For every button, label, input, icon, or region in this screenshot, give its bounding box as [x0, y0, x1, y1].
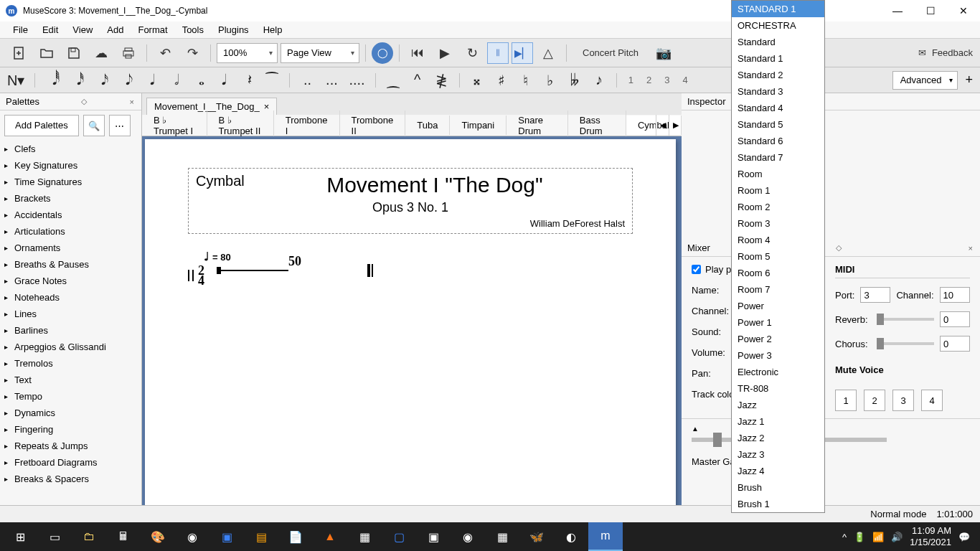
voice-4[interactable]: 4: [681, 75, 689, 85]
natural-button[interactable]: ♮: [519, 70, 533, 91]
mixer-close[interactable]: ×: [967, 244, 974, 253]
palette-item[interactable]: Ornaments: [0, 240, 141, 256]
note-whole[interactable]: 𝅝: [192, 70, 206, 91]
menu-format[interactable]: Format: [131, 23, 174, 37]
view-mode-combo[interactable]: Page View: [281, 43, 359, 63]
voice-3[interactable]: 3: [663, 75, 671, 85]
metronome-button[interactable]: △: [536, 41, 560, 65]
chorus-slider[interactable]: [877, 342, 934, 345]
undo-button[interactable]: ↶: [153, 41, 177, 65]
pan-playback-button[interactable]: ▶▏: [512, 42, 533, 64]
palette-more-button[interactable]: ⋯: [109, 115, 131, 136]
app-icon-6[interactable]: ▦: [485, 522, 519, 551]
dropdown-item[interactable]: Jazz: [732, 397, 824, 413]
zoom-combo[interactable]: 100%: [217, 43, 278, 63]
save-button[interactable]: [62, 41, 86, 65]
tray-up-icon[interactable]: ^: [842, 532, 847, 542]
part-tab[interactable]: Timpani: [450, 116, 507, 135]
loop-toggle[interactable]: ↻: [460, 41, 484, 65]
palette-item[interactable]: Barlines: [0, 322, 141, 339]
palette-item[interactable]: Lines: [0, 306, 141, 322]
midi-input-button[interactable]: ◯: [372, 42, 393, 64]
paint-icon[interactable]: 🎨: [141, 522, 175, 551]
dropdown-item[interactable]: STANDARD 1: [732, 1, 824, 17]
open-button[interactable]: [34, 41, 59, 65]
palette-item[interactable]: Text: [0, 372, 141, 388]
app-icon-3[interactable]: ▦: [347, 522, 382, 551]
dropdown-item[interactable]: Brush: [732, 479, 824, 496]
task-view[interactable]: ▭: [37, 522, 72, 551]
new-score-button[interactable]: [7, 41, 32, 65]
palette-item[interactable]: Arpeggios & Glissandi: [0, 339, 141, 355]
palette-item[interactable]: Grace Notes: [0, 273, 141, 289]
dropdown-item[interactable]: Power: [732, 298, 824, 314]
note-32nd[interactable]: 𝅘𝅥𝅰: [70, 70, 84, 91]
dropdown-item[interactable]: Standard 4: [732, 100, 824, 116]
tie-button[interactable]: ⁀: [265, 70, 279, 91]
flat-button[interactable]: ♭: [543, 70, 557, 91]
dropdown-item[interactable]: Standard 1: [732, 50, 824, 67]
part-tabs-left[interactable]: ◀: [656, 115, 669, 136]
part-tabs-right[interactable]: ▶: [669, 115, 682, 136]
menu-edit[interactable]: Edit: [35, 23, 65, 37]
cloud-button[interactable]: ☁: [89, 41, 113, 65]
palette-item[interactable]: Breaths & Pauses: [0, 256, 141, 273]
note-quarter[interactable]: 𝅘𝅥: [143, 70, 157, 91]
chorus-value[interactable]: 0: [940, 336, 970, 352]
dropdown-item[interactable]: Room 4: [732, 232, 824, 248]
mute-voice-3[interactable]: 3: [892, 390, 914, 411]
dropdown-item[interactable]: Jazz 4: [732, 463, 824, 479]
dropdown-item[interactable]: Room 5: [732, 248, 824, 265]
palette-item[interactable]: Tremolos: [0, 355, 141, 372]
app-icon-2[interactable]: ▤: [244, 522, 278, 551]
dropdown-item[interactable]: Standard: [732, 34, 824, 50]
tuplet-button[interactable]: ≹: [435, 70, 449, 91]
palette-item[interactable]: Fretboard Diagrams: [0, 454, 141, 471]
concert-pitch-button[interactable]: Concert Pitch: [573, 43, 649, 62]
double-sharp-button[interactable]: 𝄪: [470, 70, 484, 91]
note-half[interactable]: 𝅗𝅥: [167, 70, 182, 91]
play-part-only-checkbox[interactable]: [692, 265, 701, 274]
multimeasure-rest-count[interactable]: 50: [288, 254, 301, 269]
dropdown-item[interactable]: Electronic: [732, 364, 824, 380]
voice-2[interactable]: 2: [645, 75, 653, 85]
palette-item[interactable]: Noteheads: [0, 289, 141, 306]
mixer-undock[interactable]: ◇: [834, 243, 843, 253]
dropdown-item[interactable]: Brush 1: [732, 496, 824, 512]
palette-item[interactable]: Accidentals: [0, 207, 141, 223]
note-dot[interactable]: 𝅘𝅥.: [216, 70, 230, 91]
flip-button[interactable]: ♪: [592, 70, 606, 91]
score-canvas[interactable]: Cymbal Movement I "The Dog" Opus 3 No. 1…: [142, 136, 682, 522]
dropdown-item[interactable]: Power 1: [732, 314, 824, 331]
score-subtitle[interactable]: Opus 3 No. 1: [196, 200, 625, 215]
workspace-combo[interactable]: Advanced: [892, 71, 958, 90]
palettes-undock[interactable]: ◇: [80, 97, 88, 106]
reverb-slider[interactable]: [877, 318, 934, 321]
menu-plugins[interactable]: Plugins: [211, 23, 256, 37]
mute-voice-2[interactable]: 2: [864, 390, 885, 411]
staff[interactable]: ♩ = 80 50 24: [188, 255, 633, 298]
note-input-mode[interactable]: N▾: [7, 70, 24, 91]
dropdown-item[interactable]: Jazz 3: [732, 446, 824, 463]
rewind-button[interactable]: ⏮: [405, 41, 430, 65]
note-8th[interactable]: 𝅘𝅥𝅮: [118, 70, 133, 91]
midi-channel-spinner[interactable]: 10: [940, 287, 970, 303]
dropdown-item[interactable]: Standard 5: [732, 116, 824, 133]
dropdown-item[interactable]: Room 2: [732, 199, 824, 215]
notepad-icon[interactable]: 📄: [278, 522, 313, 551]
dropdown-item[interactable]: Jazz 2: [732, 430, 824, 446]
dropdown-item[interactable]: Standard 2: [732, 67, 824, 83]
double-flat-button[interactable]: 𝄫: [567, 70, 582, 91]
slur-button[interactable]: ⁔: [386, 70, 400, 91]
note-16th[interactable]: 𝅘𝅥𝅯: [94, 70, 108, 91]
mute-voice-1[interactable]: 1: [835, 390, 857, 411]
dropdown-item[interactable]: Jazz 1: [732, 413, 824, 430]
dropdown-item[interactable]: TR-808: [732, 380, 824, 397]
system-clock[interactable]: 11:09 AM 1/15/2021: [910, 525, 951, 547]
tray-wifi-icon[interactable]: 📶: [872, 532, 884, 542]
zoom-icon[interactable]: ▢: [382, 522, 416, 551]
musescore-taskbar-icon[interactable]: m: [588, 522, 623, 551]
close-button[interactable]: ✕: [947, 0, 980, 22]
palette-item[interactable]: Breaks & Spacers: [0, 471, 141, 487]
palette-item[interactable]: Articulations: [0, 223, 141, 240]
